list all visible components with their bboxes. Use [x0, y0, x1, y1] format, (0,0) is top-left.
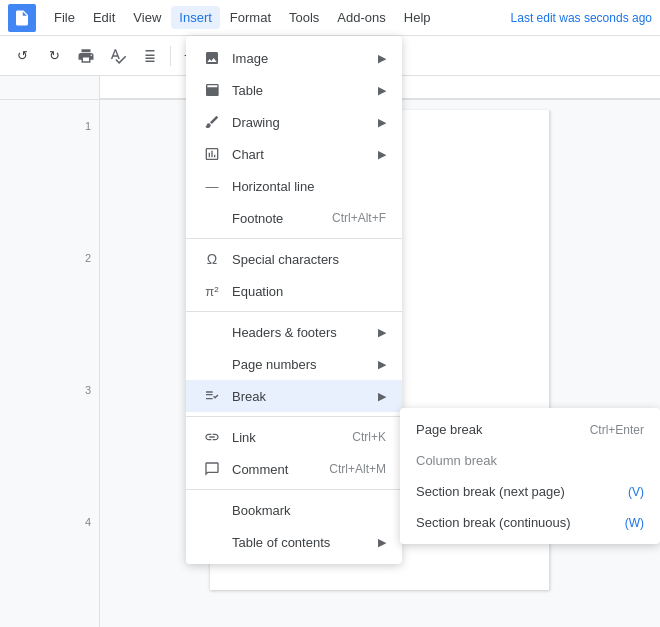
insert-bookmark-label: Bookmark [232, 503, 386, 518]
drawing-arrow-icon: ▶ [378, 116, 386, 129]
break-section-continuous[interactable]: Section break (continuous) (W) [400, 507, 660, 538]
top-bar: File Edit View Insert Format Tools Add-o… [0, 0, 660, 36]
section-break-continuous-badge: (W) [625, 516, 644, 530]
equation-icon: π² [202, 281, 222, 301]
horizontal-line-icon: — [202, 176, 222, 196]
comment-icon [202, 459, 222, 479]
toc-icon [202, 532, 222, 552]
special-chars-icon: Ω [202, 249, 222, 269]
insert-menu-drawing[interactable]: Drawing ▶ [186, 106, 402, 138]
insert-break-label: Break [232, 389, 370, 404]
insert-image-label: Image [232, 51, 370, 66]
chart-arrow-icon: ▶ [378, 148, 386, 161]
break-page-break[interactable]: Page break Ctrl+Enter [400, 414, 660, 445]
insert-menu-image[interactable]: Image ▶ [186, 42, 402, 74]
insert-special-chars-label: Special characters [232, 252, 386, 267]
break-submenu: Page break Ctrl+Enter Column break Secti… [400, 408, 660, 544]
insert-menu-bookmark[interactable]: Bookmark [186, 494, 402, 526]
image-arrow-icon: ▶ [378, 52, 386, 65]
last-edit-text: Last edit was seconds ago [511, 11, 652, 25]
insert-comment-label: Comment [232, 462, 329, 477]
menu-format[interactable]: Format [222, 6, 279, 29]
insert-menu-headers-footers[interactable]: Headers & footers ▶ [186, 316, 402, 348]
column-break-label: Column break [416, 453, 644, 468]
insert-page-numbers-label: Page numbers [232, 357, 370, 372]
page-break-label: Page break [416, 422, 590, 437]
break-arrow-icon: ▶ [378, 390, 386, 403]
comment-shortcut: Ctrl+Alt+M [329, 462, 386, 476]
chart-icon [202, 144, 222, 164]
insert-footnote-label: Footnote [232, 211, 332, 226]
insert-drawing-label: Drawing [232, 115, 370, 130]
insert-menu-equation[interactable]: π² Equation [186, 275, 402, 307]
menu-sep-3 [186, 416, 402, 417]
spell-check-button[interactable] [104, 42, 132, 70]
redo-button[interactable]: ↻ [40, 42, 68, 70]
bookmark-icon [202, 500, 222, 520]
menu-view[interactable]: View [125, 6, 169, 29]
toolbar-divider-1 [170, 46, 171, 66]
insert-chart-label: Chart [232, 147, 370, 162]
menu-sep-2 [186, 311, 402, 312]
link-shortcut: Ctrl+K [352, 430, 386, 444]
drawing-icon [202, 112, 222, 132]
insert-menu-horizontal-line[interactable]: — Horizontal line [186, 170, 402, 202]
page-numbers-left: 1 2 3 4 [85, 120, 91, 528]
undo-button[interactable]: ↺ [8, 42, 36, 70]
insert-menu-break[interactable]: Break ▶ [186, 380, 402, 412]
page-margin-left: 1 2 3 4 [0, 100, 100, 627]
menu-sep-4 [186, 489, 402, 490]
link-icon [202, 427, 222, 447]
menu-addons[interactable]: Add-ons [329, 6, 393, 29]
page-numbers-arrow-icon: ▶ [378, 358, 386, 371]
insert-menu-page-numbers[interactable]: Page numbers ▶ [186, 348, 402, 380]
table-arrow-icon: ▶ [378, 84, 386, 97]
paint-format-button[interactable] [136, 42, 164, 70]
insert-horizontal-line-label: Horizontal line [232, 179, 386, 194]
menu-help[interactable]: Help [396, 6, 439, 29]
insert-equation-label: Equation [232, 284, 386, 299]
image-icon [202, 48, 222, 68]
insert-menu-link[interactable]: Link Ctrl+K [186, 421, 402, 453]
table-icon [202, 80, 222, 100]
toc-arrow-icon: ▶ [378, 536, 386, 549]
insert-menu-chart[interactable]: Chart ▶ [186, 138, 402, 170]
insert-menu-comment[interactable]: Comment Ctrl+Alt+M [186, 453, 402, 485]
section-break-continuous-label: Section break (continuous) [416, 515, 625, 530]
headers-footers-arrow-icon: ▶ [378, 326, 386, 339]
ruler-side-left [0, 76, 100, 99]
doc-icon [8, 4, 36, 32]
insert-menu-dropdown: Image ▶ Table ▶ Drawing ▶ Chart ▶ — Hori… [186, 36, 402, 564]
menu-sep-1 [186, 238, 402, 239]
print-button[interactable] [72, 42, 100, 70]
insert-menu-footnote[interactable]: Footnote Ctrl+Alt+F [186, 202, 402, 234]
insert-menu-special-chars[interactable]: Ω Special characters [186, 243, 402, 275]
section-break-next-label: Section break (next page) [416, 484, 628, 499]
insert-link-label: Link [232, 430, 352, 445]
menu-file[interactable]: File [46, 6, 83, 29]
insert-menu-toc[interactable]: Table of contents ▶ [186, 526, 402, 558]
section-break-next-badge: (V) [628, 485, 644, 499]
insert-menu-table[interactable]: Table ▶ [186, 74, 402, 106]
footnote-shortcut: Ctrl+Alt+F [332, 211, 386, 225]
footnote-icon [202, 208, 222, 228]
menu-edit[interactable]: Edit [85, 6, 123, 29]
page-break-shortcut: Ctrl+Enter [590, 423, 644, 437]
break-column-break: Column break [400, 445, 660, 476]
page-numbers-icon [202, 354, 222, 374]
break-section-next[interactable]: Section break (next page) (V) [400, 476, 660, 507]
insert-headers-footers-label: Headers & footers [232, 325, 370, 340]
menu-insert[interactable]: Insert [171, 6, 220, 29]
headers-footers-icon [202, 322, 222, 342]
menu-tools[interactable]: Tools [281, 6, 327, 29]
insert-table-label: Table [232, 83, 370, 98]
break-icon [202, 386, 222, 406]
menu-bar: File Edit View Insert Format Tools Add-o… [46, 6, 511, 29]
insert-toc-label: Table of contents [232, 535, 370, 550]
